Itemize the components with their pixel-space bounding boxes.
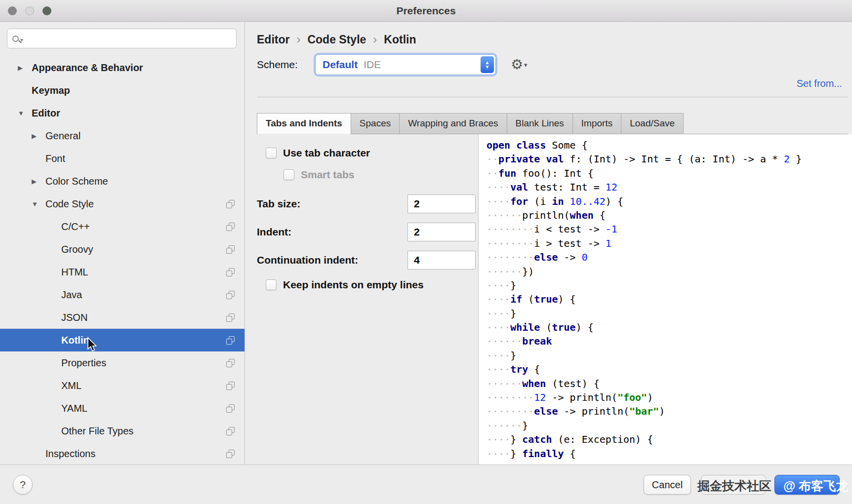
sidebar-item-label: Color Scheme (45, 176, 108, 187)
cancel-button[interactable]: Cancel (644, 475, 691, 495)
settings-form: Use tab character Smart tabs Tab size: I… (245, 134, 478, 465)
code-line: ······when (test) { (487, 377, 852, 390)
code-line: ······} (487, 419, 852, 432)
indent-input[interactable] (407, 223, 476, 241)
set-from-link[interactable]: Set from... (797, 78, 842, 91)
smart-tabs-row[interactable]: Smart tabs (284, 169, 478, 181)
sidebar-item-json[interactable]: JSON (0, 306, 244, 329)
code-line: ····for (i in 10..42) { (487, 194, 852, 208)
sidebar-item-html[interactable]: HTML (0, 261, 244, 283)
code-line: ····} finally { (487, 447, 852, 461)
scheme-value-suffix: IDE (364, 59, 381, 71)
code-line: ····} (487, 307, 852, 320)
help-button[interactable]: ? (13, 475, 33, 495)
sidebar-item-yaml[interactable]: YAML (0, 397, 244, 420)
tab-size-row: Tab size: (257, 194, 476, 213)
language-settings-icon (226, 359, 235, 367)
smart-tabs-checkbox[interactable] (284, 169, 294, 180)
language-settings-icon (226, 200, 235, 208)
search-input[interactable] (25, 29, 231, 48)
scheme-select[interactable]: Default IDE ▲▼ (315, 54, 496, 75)
keep-indents-checkbox[interactable] (266, 279, 277, 290)
sidebar-item-other-file-types[interactable]: Other File Types (0, 420, 244, 442)
sidebar-item-general[interactable]: ▶General (0, 124, 244, 147)
sidebar-item-groovy[interactable]: Groovy (0, 238, 244, 261)
code-line: ··private val f: (Int) -> Int = { (a: In… (487, 152, 852, 166)
gear-icon: ⚙ (511, 58, 523, 72)
window-title: Preferences (396, 5, 455, 17)
stepper-icon[interactable]: ▲▼ (481, 56, 494, 73)
mouse-cursor-icon (85, 337, 100, 353)
ok-button[interactable] (774, 475, 840, 495)
breadcrumb: Editor›Code Style›Kotlin (245, 22, 852, 47)
breadcrumb-item-kotlin: Kotlin (384, 33, 416, 46)
disclosure-collapsed-icon[interactable]: ▶ (18, 64, 32, 72)
sidebar-item-c-c[interactable]: C/C++ (0, 215, 244, 238)
sidebar-item-label: XML (61, 380, 81, 391)
settings-tree: ▶Appearance & BehaviorKeymap▼Editor▶Gene… (0, 56, 244, 465)
sidebar-item-font[interactable]: Font (0, 147, 244, 170)
code-line: ····if (true) { (487, 292, 852, 306)
sidebar-item-xml[interactable]: XML (0, 374, 244, 397)
tab-imports[interactable]: Imports (572, 113, 621, 134)
use-tab-character-checkbox[interactable] (266, 148, 277, 158)
language-settings-icon (226, 450, 235, 458)
indent-label: Indent: (257, 226, 407, 238)
code-line: ····while (true) { (487, 320, 852, 334)
gear-button[interactable]: ⚙▾ (511, 58, 527, 72)
sidebar-item-appearance-behavior[interactable]: ▶Appearance & Behavior (0, 56, 244, 79)
sidebar-item-inspections[interactable]: Inspections (0, 442, 244, 465)
disclosure-expanded-icon[interactable]: ▼ (18, 110, 32, 117)
code-line: ········i < test -> -1 (487, 222, 852, 236)
continuation-indent-input[interactable] (407, 251, 476, 270)
code-line: ······println(when { (487, 208, 852, 222)
language-settings-icon (226, 382, 235, 390)
sidebar-item-label: Appearance & Behavior (32, 62, 143, 74)
language-settings-icon (226, 245, 235, 254)
tab-tabs-and-indents[interactable]: Tabs and Indents (257, 113, 351, 134)
code-line: ······}) (487, 265, 852, 278)
sidebar-item-editor[interactable]: ▼Editor (0, 102, 244, 124)
tab-spaces[interactable]: Spaces (351, 113, 400, 134)
search-field[interactable]: ▾ (7, 29, 237, 48)
language-settings-icon (226, 404, 235, 413)
sidebar-item-kotlin[interactable]: Kotlin (0, 329, 244, 351)
sidebar-item-code-style[interactable]: ▼Code Style (0, 193, 244, 215)
sidebar-item-label: Code Style (45, 198, 94, 210)
code-line: ····} catch (e: Exception) { (487, 432, 852, 446)
minimize-button[interactable] (25, 6, 34, 15)
sidebar-item-label: HTML (61, 267, 88, 278)
sidebar: ▾ ▶Appearance & BehaviorKeymap▼Editor▶Ge… (0, 22, 245, 465)
code-line: ········i > test -> 1 (487, 236, 852, 250)
tab-size-label: Tab size: (257, 198, 407, 210)
apply-button[interactable] (701, 475, 766, 495)
disclosure-collapsed-icon[interactable]: ▶ (32, 178, 45, 185)
use-tab-character-row[interactable]: Use tab character (266, 147, 478, 159)
footer: ? Cancel 掘金技术社区 @ 布客飞龙 (0, 465, 852, 504)
sidebar-item-label: Keymap (32, 85, 70, 96)
disclosure-collapsed-icon[interactable]: ▶ (32, 132, 45, 140)
sidebar-item-label: Properties (61, 357, 106, 369)
breadcrumb-item-code-style: Code Style (307, 33, 366, 46)
continuation-indent-label: Continuation indent: (257, 254, 407, 266)
zoom-button[interactable] (42, 6, 51, 15)
sidebar-item-label: Inspections (45, 448, 95, 460)
sidebar-item-properties[interactable]: Properties (0, 351, 244, 374)
sidebar-item-java[interactable]: Java (0, 283, 244, 306)
code-line: ········else -> println("bar") (487, 404, 852, 418)
code-line: ····} (487, 278, 852, 292)
code-line: ········12 -> println("foo") (487, 390, 852, 404)
sidebar-item-keymap[interactable]: Keymap (0, 79, 244, 102)
tab-blank-lines[interactable]: Blank Lines (507, 113, 573, 134)
tab-size-input[interactable] (407, 194, 476, 213)
disclosure-expanded-icon[interactable]: ▼ (32, 200, 45, 208)
close-button[interactable] (8, 6, 17, 15)
language-settings-icon (226, 223, 235, 231)
sidebar-item-color-scheme[interactable]: ▶Color Scheme (0, 170, 244, 193)
tab-load-save[interactable]: Load/Save (621, 113, 684, 134)
breadcrumb-separator: › (296, 33, 300, 46)
tab-wrapping-and-braces[interactable]: Wrapping and Braces (399, 113, 507, 134)
code-line: ··fun foo(): Int { (487, 166, 852, 180)
keep-indents-row[interactable]: Keep indents on empty lines (266, 279, 478, 291)
preferences-window: Preferences ▾ ▶Appearance & BehaviorKeym… (0, 0, 852, 504)
